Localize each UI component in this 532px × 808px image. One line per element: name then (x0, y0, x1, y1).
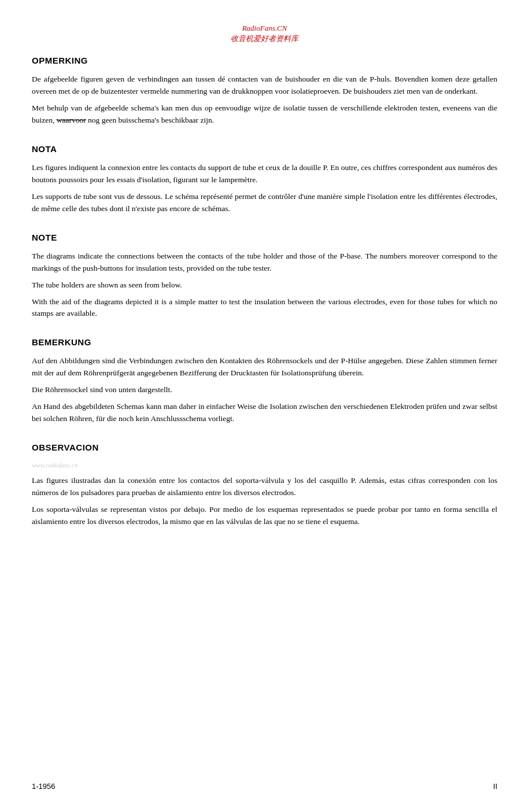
brand-line1: RadioFans.CN (242, 24, 287, 32)
footer-left: 1-1956 (32, 782, 55, 791)
section-body-note: The diagrams indicate the connections be… (32, 250, 497, 320)
section-opmerking: OPMERKING De afgebeelde figuren geven de… (32, 56, 497, 127)
section-body-bemerkung: Auf den Abbildungen sind die Verbindunge… (32, 355, 497, 425)
observacion-para-2: Los soporta-válvulas se representan vist… (32, 504, 497, 528)
section-nota: NOTA Les figures indiquent la connexion … (32, 144, 497, 215)
observacion-watermark: www.radiofans.cn (32, 460, 497, 470)
observacion-para-1: Las figures ilustradas dan la conexión e… (32, 475, 497, 499)
opmerking-para-1: De afgebeelde figuren geven de verbindin… (32, 73, 497, 98)
section-note: NOTE The diagrams indicate the connectio… (32, 233, 497, 320)
section-title-note: NOTE (32, 233, 497, 242)
section-title-nota: NOTA (32, 144, 497, 154)
nota-para-2: Les supports de tube sont vus de dessous… (32, 191, 497, 215)
section-title-bemerkung: BEMERKUNG (32, 337, 497, 347)
section-title-observacion: OBSERVACION (32, 442, 497, 452)
strikethrough-text: waarvoor (57, 116, 86, 124)
nota-para-1: Les figures indiquent la connexion entre… (32, 162, 497, 186)
section-bemerkung: BEMERKUNG Auf den Abbildungen sind die V… (32, 337, 497, 425)
brand-line2: 收音机爱好者资料库 (231, 34, 298, 43)
page-header: RadioFans.CN 收音机爱好者资料库 (32, 23, 497, 44)
bemerkung-para-2: Die Röhrensockel sind von unten dargeste… (32, 384, 497, 396)
section-title-opmerking: OPMERKING (32, 56, 497, 65)
section-observacion: OBSERVACION www.radiofans.cn Las figures… (32, 442, 497, 528)
note-para-1: The diagrams indicate the connections be… (32, 250, 497, 275)
brand-text: RadioFans.CN 收音机爱好者资料库 (32, 23, 497, 44)
section-body-observacion: www.radiofans.cn Las figures ilustradas … (32, 460, 497, 528)
page-footer: 1-1956 II (32, 782, 497, 791)
bemerkung-para-3: An Hand des abgebildeten Schemas kann ma… (32, 401, 497, 425)
footer-right: II (493, 782, 497, 791)
section-body-nota: Les figures indiquent la connexion entre… (32, 162, 497, 215)
bemerkung-para-1: Auf den Abbildungen sind die Verbindunge… (32, 355, 497, 379)
note-para-2: The tube holders are shown as seen from … (32, 279, 497, 292)
section-body-opmerking: De afgebeelde figuren geven de verbindin… (32, 73, 497, 127)
note-para-3: With the aid of the diagrams depicted it… (32, 296, 497, 320)
opmerking-para-2: Met behulp van de afgebeelde schema's ka… (32, 102, 497, 127)
